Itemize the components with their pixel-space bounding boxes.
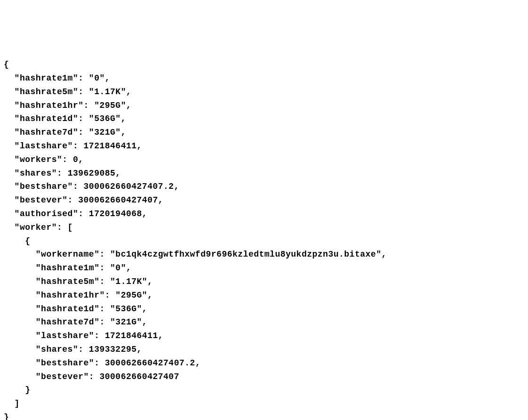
- worker-shares-value: 139332295: [89, 345, 137, 354]
- hashrate1m-value: 0: [94, 73, 99, 83]
- lastshare-value: 1721846411: [84, 141, 137, 151]
- bestshare-value: 300062660427407.2: [84, 182, 174, 191]
- worker-hashrate7d-value: 321G: [115, 317, 136, 327]
- worker-hashrate1m-value: 0: [115, 263, 120, 273]
- worker-hashrate1d-value: 536G: [115, 304, 136, 314]
- worker-lastshare-value: 1721846411: [105, 331, 158, 340]
- worker-bestever-value: 300062660427407: [99, 372, 179, 381]
- worker-hashrate1hr-value: 295G: [121, 291, 142, 300]
- worker-bestshare-value: 300062660427407.2: [105, 358, 195, 368]
- authorised-value: 1720194068: [89, 209, 142, 218]
- shares-value: 139629085: [68, 169, 116, 178]
- bestever-value: 300062660427407: [78, 195, 158, 205]
- hashrate1hr-value: 295G: [99, 101, 120, 110]
- hashrate5m-value: 1.17K: [94, 87, 121, 97]
- worker-workername-value: bc1qk4czgwtfhxwfd9r696kzledtmlu8yukdzpzn…: [115, 250, 376, 259]
- workers-value: 0: [73, 155, 78, 164]
- hashrate7d-value: 321G: [94, 128, 115, 137]
- worker-hashrate5m-value: 1.17K: [115, 277, 142, 286]
- hashrate1d-value: 536G: [94, 114, 115, 123]
- json-text-output: { "hashrate1m": "0", "hashrate5m": "1.17…: [4, 58, 524, 420]
